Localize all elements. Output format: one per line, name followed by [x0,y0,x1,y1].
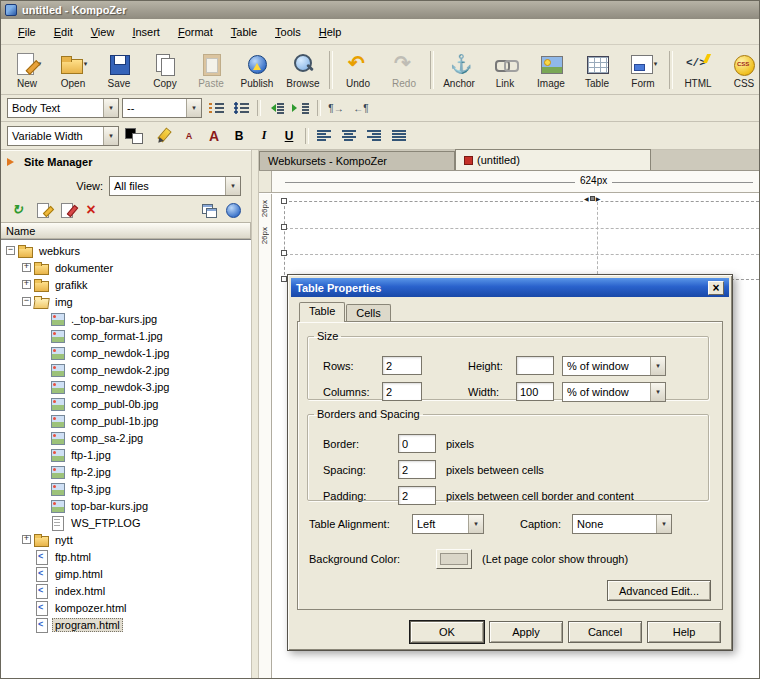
help-button[interactable]: Help [647,621,721,643]
outdent-button[interactable] [265,98,287,118]
tree-item[interactable]: ftp.html [1,548,251,565]
ok-button[interactable]: OK [410,621,484,643]
tree-item[interactable]: comp_newdok-3.jpg [1,378,251,395]
form-button[interactable]: Form [620,47,666,93]
tab-table[interactable]: Table [299,302,345,322]
new-button[interactable]: New [4,47,50,93]
caption-select[interactable]: None [572,514,672,534]
tree-toggle[interactable] [22,535,31,544]
document-tab[interactable]: (untitled) [455,149,651,170]
link-button[interactable]: Link [482,47,528,93]
dialog-close-button[interactable] [708,281,724,295]
delete-button[interactable] [81,201,101,220]
class-select[interactable]: -- [122,98,202,118]
table-resize-handle[interactable] [281,198,287,204]
ltr-button[interactable] [325,98,347,118]
open-button[interactable]: Open [50,47,96,93]
tree-item[interactable]: nytt [1,531,251,548]
tree-item[interactable]: ftp-1.jpg [1,446,251,463]
paste-button[interactable]: Paste [188,47,234,93]
tree-item[interactable]: program.html [1,616,251,633]
undo-button[interactable]: Undo [335,47,381,93]
refresh-button[interactable] [9,201,29,220]
tree-item[interactable]: comp_publ-1b.jpg [1,412,251,429]
menu-item[interactable]: Insert [123,22,169,42]
tree-item[interactable]: comp_newdok-1.jpg [1,344,251,361]
height-input[interactable] [516,356,554,375]
padding-input[interactable] [398,486,436,505]
align-center-button[interactable] [338,126,360,146]
width-input[interactable] [516,382,554,401]
cascade-button[interactable] [199,201,219,220]
anchor-button[interactable]: Anchor [436,47,482,93]
bulleted-list-button[interactable] [230,98,252,118]
column-resize-widget[interactable] [583,195,601,202]
edit-button[interactable] [57,201,77,220]
publish-button[interactable]: Publish [234,47,280,93]
background-color-button[interactable] [436,549,472,569]
tree-item[interactable]: dokumenter [1,259,251,276]
indent-button[interactable] [290,98,312,118]
width-unit-select[interactable]: % of window [562,382,666,402]
tree-item[interactable]: comp_newdok-2.jpg [1,361,251,378]
tree-item[interactable]: img [1,293,251,310]
rows-input[interactable] [382,356,422,375]
table-outline[interactable] [284,201,759,280]
browse-site-button[interactable] [223,201,243,220]
dialog-titlebar[interactable]: Table Properties [291,278,729,297]
cancel-button[interactable]: Cancel [568,621,642,643]
tree-item[interactable]: ftp-3.jpg [1,480,251,497]
window-titlebar[interactable]: untitled - KompoZer [1,1,759,19]
align-justify-button[interactable] [388,126,410,146]
document-tab[interactable]: Webkursets - KompoZer [259,151,455,170]
columns-input[interactable] [382,382,422,401]
tree-toggle[interactable] [22,297,31,306]
table-resize-handle[interactable] [281,224,287,230]
menu-item[interactable]: View [82,22,124,42]
menu-item[interactable]: Table [222,22,266,42]
name-column-header[interactable]: Name [1,222,251,239]
paragraph-style-select[interactable]: Body Text [7,98,119,118]
save-button[interactable]: Save [96,47,142,93]
advanced-edit-button[interactable]: Advanced Edit... [607,580,711,601]
menu-item[interactable]: Edit [45,22,82,42]
tree-item[interactable]: comp_sa-2.jpg [1,429,251,446]
highlight-button[interactable] [151,126,175,146]
tree-item[interactable]: gimp.html [1,565,251,582]
tree-item[interactable]: top-bar-kurs.jpg [1,497,251,514]
italic-button[interactable]: I [253,126,275,146]
tree-item[interactable]: kompozer.html [1,599,251,616]
tree-item[interactable]: comp_publ-0b.jpg [1,395,251,412]
decrease-font-button[interactable]: A [178,126,200,146]
browse-button[interactable]: Browse [280,47,326,93]
menu-item[interactable]: File [9,22,45,42]
tree-item[interactable]: index.html [1,582,251,599]
tree-item[interactable]: ._top-bar-kurs.jpg [1,310,251,327]
tree-toggle[interactable] [22,280,31,289]
tree-item[interactable]: ftp-2.jpg [1,463,251,480]
tree-toggle[interactable] [6,246,15,255]
increase-font-button[interactable]: A [203,126,225,146]
menu-item[interactable]: Help [310,22,351,42]
font-select[interactable]: Variable Width [7,126,119,146]
sidebar-splitter[interactable] [251,150,259,678]
rtl-button[interactable] [350,98,372,118]
table-alignment-select[interactable]: Left [412,514,484,534]
tree-item[interactable]: comp_format-1.jpg [1,327,251,344]
border-input[interactable] [398,434,436,453]
tree-item[interactable]: grafikk [1,276,251,293]
new-file-button[interactable] [33,201,53,220]
underline-button[interactable]: U [278,126,300,146]
redo-button[interactable]: Redo [381,47,427,93]
tab-cells[interactable]: Cells [346,304,390,321]
align-right-button[interactable] [363,126,385,146]
height-unit-select[interactable]: % of window [562,356,666,376]
spacing-input[interactable] [398,460,436,479]
copy-button[interactable]: Copy [142,47,188,93]
image-button[interactable]: Image [528,47,574,93]
css-editor-button[interactable]: CSS [721,47,760,93]
apply-button[interactable]: Apply [489,621,563,643]
table-button[interactable]: Table [574,47,620,93]
text-color-picker[interactable] [122,126,148,146]
view-select[interactable]: All files [109,176,241,196]
